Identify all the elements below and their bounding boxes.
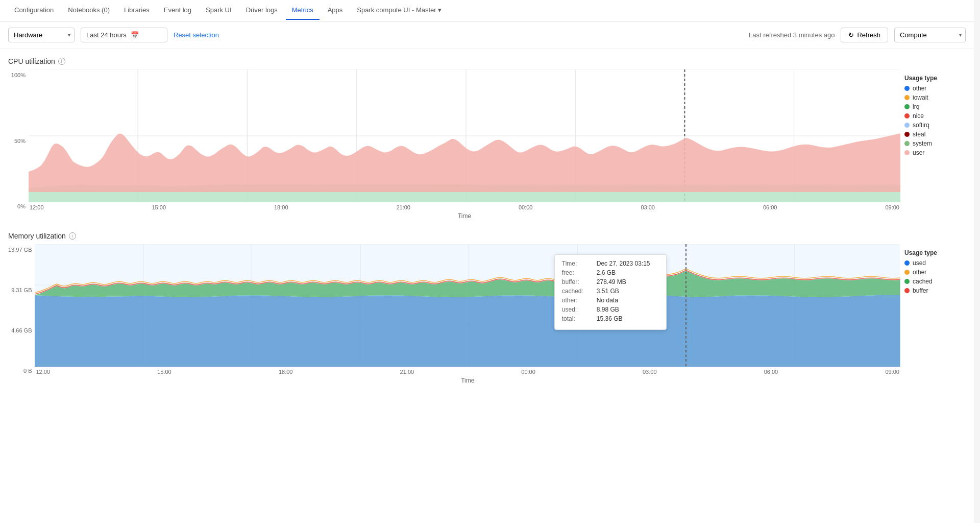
cpu-x-axis: 12:00 15:00 18:00 21:00 00:00 03:00 06:0… [29,202,900,210]
cpu-chart-svg: 12:00 15:00 18:00 21:00 00:00 03:00 06:0… [29,69,900,220]
main-content: CPU utilization i 100% 50% 0% [0,49,974,523]
mem-other-dot [904,270,910,275]
legend-mem-other: other [904,269,966,276]
legend-mem-used: used [904,259,966,267]
mem-used-dot [904,260,910,266]
tooltip-other-row: other: No data [562,297,659,304]
memory-y-axis: 13.97 GB 9.31 GB 4.66 GB 0 B [8,244,35,384]
user-dot [904,150,910,155]
cpu-y-axis: 100% 50% 0% [8,69,29,220]
reset-selection-link[interactable]: Reset selection [174,31,219,39]
mem-buffer-dot [904,288,910,293]
memory-chart-title: Memory utilization i [8,232,966,240]
softirq-dot [904,123,910,128]
legend-iowait: iowait [904,94,966,101]
tooltip-cached-value: 3.51 GB [597,288,619,295]
memory-chart-container: 13.97 GB 9.31 GB 4.66 GB 0 B [8,244,966,384]
legend-softirq: softirq [904,122,966,129]
refresh-button[interactable]: ↻ Refresh [841,28,888,42]
tooltip-time-row: Time: Dec 27, 2023 03:15 [562,260,659,267]
mem-cached-dot [904,279,910,284]
hardware-select[interactable]: Hardware [8,28,75,42]
tooltip-free-value: 2.6 GB [597,269,616,276]
nav-configuration[interactable]: Configuration [8,1,60,20]
tooltip-buffer-value: 278.49 MB [597,278,626,286]
steal-dot [904,132,910,137]
toolbar: Hardware ▾ Last 24 hours 📅 Reset selecti… [0,21,974,49]
nav-spark-compute[interactable]: Spark compute UI - Master ▾ [351,1,448,20]
date-range-picker[interactable]: Last 24 hours 📅 [81,28,167,42]
memory-legend: Usage type used other cached buffer [904,244,966,296]
cpu-x-title: Time [29,212,900,220]
tooltip-total-value: 15.36 GB [597,315,623,322]
cpu-info-icon[interactable]: i [58,58,65,65]
cpu-chart-container: 100% 50% 0% [8,69,966,220]
refresh-label: Refresh [857,31,880,39]
cpu-legend: Usage type other iowait irq nice [904,69,966,158]
nav-eventlog[interactable]: Event log [158,1,198,20]
memory-chart-with-yaxis: 13.97 GB 9.31 GB 4.66 GB 0 B [8,244,900,384]
legend-irq: irq [904,103,966,110]
nav-bar: Configuration Notebooks (0) Libraries Ev… [0,0,974,21]
legend-steal: steal [904,131,966,138]
tooltip-buffer-label: buffer: [562,278,593,286]
memory-chart-svg: Time: Dec 27, 2023 03:15 free: 2.6 GB bu… [35,244,900,384]
nav-notebooks[interactable]: Notebooks (0) [62,1,116,20]
date-range-label: Last 24 hours [86,31,127,39]
legend-system: system [904,140,966,147]
calendar-icon: 📅 [131,31,139,39]
other-dot [904,86,910,91]
tooltip-time-label: Time: [562,260,593,267]
memory-chart-section: Memory utilization i 13.97 GB 9.31 GB 4.… [8,232,966,384]
tooltip-other-label: other: [562,297,593,304]
tooltip-cached-label: cached: [562,288,593,295]
nice-dot [904,113,910,118]
legend-mem-buffer: buffer [904,287,966,294]
tooltip-total-label: total: [562,315,593,322]
memory-x-axis: 12:00 15:00 18:00 21:00 00:00 03:00 06:0… [35,367,900,375]
memory-tooltip: Time: Dec 27, 2023 03:15 free: 2.6 GB bu… [554,254,667,330]
memory-x-title: Time [35,377,900,384]
tooltip-time-value: Dec 27, 2023 03:15 [597,260,650,267]
refresh-icon: ↻ [848,31,854,39]
scrollbar[interactable] [974,0,980,523]
tooltip-total-row: total: 15.36 GB [562,315,659,322]
iowait-dot [904,95,910,100]
tooltip-used-label: used: [562,306,593,313]
nav-driverlogs[interactable]: Driver logs [240,1,284,20]
system-dot [904,141,910,146]
tooltip-used-row: used: 8.98 GB [562,306,659,313]
legend-nice: nice [904,112,966,120]
toolbar-right: Last refreshed 3 minutes ago ↻ Refresh C… [749,28,966,42]
nav-sparkui[interactable]: Spark UI [200,1,238,20]
nav-libraries[interactable]: Libraries [118,1,156,20]
cpu-chart-title: CPU utilization i [8,57,966,65]
tooltip-used-value: 8.98 GB [597,306,619,313]
compute-select[interactable]: Compute [894,28,966,42]
tooltip-buffer-row: buffer: 278.49 MB [562,278,659,286]
compute-select-wrapper: Compute ▾ [894,28,966,42]
memory-legend-title: Usage type [904,249,966,256]
nav-apps[interactable]: Apps [322,1,349,20]
tooltip-cached-row: cached: 3.51 GB [562,288,659,295]
cpu-chart-section: CPU utilization i 100% 50% 0% [8,57,966,220]
tooltip-other-value: No data [597,297,618,304]
tooltip-free-label: free: [562,269,593,276]
legend-other: other [904,85,966,92]
irq-dot [904,104,910,109]
memory-info-icon[interactable]: i [69,232,76,240]
legend-user: user [904,149,966,156]
nav-metrics[interactable]: Metrics [286,1,320,20]
cpu-legend-title: Usage type [904,75,966,82]
hardware-select-wrapper: Hardware ▾ [8,28,75,42]
legend-mem-cached: cached [904,278,966,285]
last-refreshed-text: Last refreshed 3 minutes ago [749,31,835,39]
cpu-chart-with-yaxis: 100% 50% 0% [8,69,900,220]
tooltip-free-row: free: 2.6 GB [562,269,659,276]
